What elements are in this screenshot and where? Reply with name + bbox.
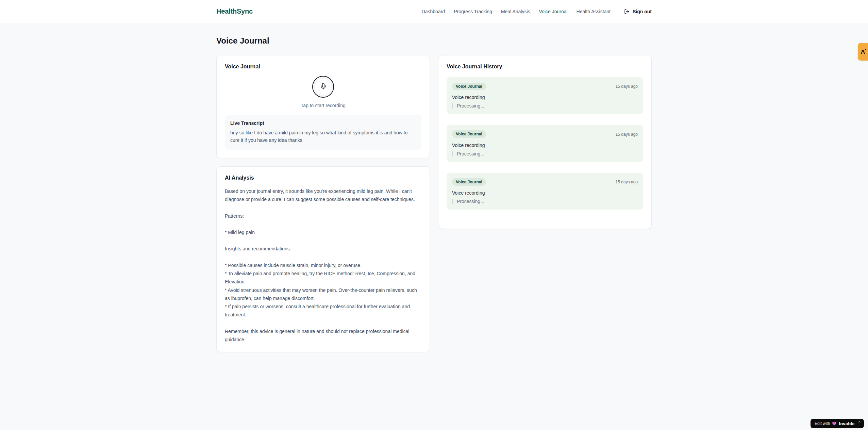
sign-out-button[interactable]: Sign out (624, 9, 652, 14)
nav-item-progress-tracking[interactable]: Progress Tracking (454, 9, 492, 14)
edge-widget-tab[interactable]: Λ (858, 43, 868, 61)
entry-status: Processing... (452, 103, 638, 109)
entry-type-badge: Voice Journal (452, 83, 486, 90)
widget-tab-icon: Λ (861, 49, 865, 55)
entry-type-badge: Voice Journal (452, 178, 486, 186)
edit-with-label: Edit with (815, 421, 830, 426)
history-entry[interactable]: Voice Journal 15 days ago Voice recordin… (447, 125, 643, 162)
edit-with-lovable-badge[interactable]: Edit with lovable ✕ (811, 419, 864, 428)
history-card-title: Voice Journal History (447, 64, 643, 70)
main-content: Voice Journal Voice Journal (216, 23, 652, 352)
ai-analysis-card: AI Analysis Based on your journal entry,… (216, 166, 430, 352)
history-entry[interactable]: Voice Journal 15 days ago Voice recordin… (447, 173, 643, 210)
entry-timestamp: 15 days ago (616, 84, 638, 89)
close-icon[interactable]: ✕ (858, 420, 861, 424)
entry-title: Voice recording (452, 143, 638, 148)
live-transcript-text: hey so like I do have a mild pain in my … (230, 129, 416, 144)
lovable-heart-icon (832, 421, 837, 426)
nav-item-meal-analysis[interactable]: Meal Analysis (501, 9, 530, 14)
entry-timestamp: 15 days ago (616, 132, 638, 137)
entry-type-badge: Voice Journal (452, 130, 486, 138)
microphone-icon (320, 83, 327, 91)
entry-status: Processing... (452, 199, 638, 204)
history-list: Voice Journal 15 days ago Voice recordin… (447, 77, 643, 210)
ai-analysis-title: AI Analysis (225, 175, 421, 181)
voice-journal-history-card: Voice Journal History Voice Journal 15 d… (438, 55, 652, 229)
voice-journal-recorder-card: Voice Journal Tap to start recording (216, 55, 430, 158)
live-transcript-title: Live Transcript (230, 120, 416, 126)
sign-out-label: Sign out (633, 9, 652, 14)
nav-item-voice-journal[interactable]: Voice Journal (539, 9, 568, 14)
history-entry[interactable]: Voice Journal 15 days ago Voice recordin… (447, 77, 643, 114)
ai-analysis-body: Based on your journal entry, it sounds l… (225, 187, 421, 344)
tap-to-record-hint: Tap to start recording (301, 103, 346, 108)
entry-timestamp: 15 days ago (616, 180, 638, 184)
right-column: Voice Journal History Voice Journal 15 d… (438, 55, 652, 229)
app-logo[interactable]: HealthSync (216, 7, 253, 15)
entry-title: Voice recording (452, 190, 638, 196)
nav-item-dashboard[interactable]: Dashboard (422, 9, 445, 14)
lovable-brand-label: lovable (839, 421, 854, 426)
nav-item-health-assistant[interactable]: Health Assistant (577, 9, 611, 14)
sign-out-icon (624, 9, 630, 14)
entry-status: Processing... (452, 151, 638, 156)
recorder-card-title: Voice Journal (225, 64, 421, 70)
live-transcript-box: Live Transcript hey so like I do have a … (225, 115, 421, 150)
left-column: Voice Journal Tap to start recording (216, 55, 430, 352)
entry-title: Voice recording (452, 95, 638, 100)
page-title: Voice Journal (216, 36, 652, 46)
top-navigation-bar: HealthSync Dashboard Progress Tracking M… (0, 0, 868, 23)
main-nav: Dashboard Progress Tracking Meal Analysi… (422, 9, 652, 14)
record-button[interactable] (312, 76, 334, 98)
